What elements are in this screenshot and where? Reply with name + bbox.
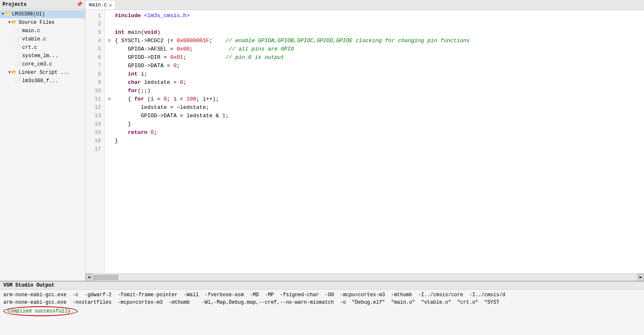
tree-item-label: Source Files — [18, 19, 54, 26]
horizontal-scrollbar[interactable]: ◀ ▶ — [86, 273, 644, 281]
line-number: 7 — [87, 62, 101, 70]
fold-placeholder — [108, 87, 114, 95]
line-number: 4 — [87, 37, 101, 45]
fold-placeholder — [108, 45, 114, 53]
code-text: } — [115, 137, 118, 145]
file-tree: ▼📁LM3S308(U1)▼📂Source Files📄main.c📄vtabl… — [0, 9, 85, 281]
line-number: 3 — [87, 28, 101, 37]
code-content[interactable]: #include <lm3s_cmsis.h> int main(void)⊟{… — [105, 10, 644, 273]
fold-icon[interactable]: ⊟ — [108, 37, 114, 45]
editor-area: main.c ✕ 1234567891011121314151617 #incl… — [86, 0, 644, 281]
code-text: int i; — [115, 70, 147, 78]
file-icon: 📄 — [15, 35, 21, 43]
fold-placeholder — [108, 120, 114, 128]
projects-label: Projects — [3, 2, 27, 8]
code-line: int main(void) — [108, 28, 641, 37]
code-text: for(;;) — [115, 87, 151, 95]
code-line: } — [108, 120, 641, 128]
folder-icon: 📂 — [11, 19, 17, 26]
code-line: #include <lm3s_cmsis.h> — [108, 12, 641, 20]
tree-item-lm3s308-f[interactable]: 📄lm3s308_f... — [0, 77, 85, 85]
fold-placeholder — [108, 62, 114, 70]
scroll-left-button[interactable]: ◀ — [86, 274, 92, 281]
code-container: 1234567891011121314151617 #include <lm3s… — [86, 10, 644, 273]
fold-placeholder — [108, 103, 114, 112]
line-number: 6 — [87, 53, 101, 62]
tree-item-label: LM3S308(U1) — [12, 10, 45, 18]
code-line: GPIOD->DATA = ledstate & 1; — [108, 112, 641, 120]
tree-item-label: crt.c — [22, 44, 37, 51]
tree-item-linker-script[interactable]: ▼📂Linker Script ... — [0, 68, 85, 77]
code-line: ledstate = ~ledstate; — [108, 103, 641, 112]
file-icon: 📄 — [15, 27, 21, 35]
tree-item-lm3s308[interactable]: ▼📁LM3S308(U1) — [0, 10, 85, 18]
scroll-thumb[interactable] — [93, 275, 118, 280]
line-number: 13 — [87, 112, 101, 120]
main-c-tab[interactable]: main.c ✕ — [86, 0, 116, 10]
code-text: } — [115, 120, 131, 128]
sidebar-header: Projects 📌 — [0, 0, 85, 9]
code-text: int main(void) — [115, 28, 160, 37]
code-line — [108, 145, 641, 154]
tab-label: main.c — [89, 2, 107, 8]
output-line: arm-none-eabi-gcc.exe -c -gdwarf-2 -fomi… — [3, 291, 641, 299]
pin-icon: 📌 — [76, 1, 83, 8]
code-text: #include <lm3s_cmsis.h> — [115, 12, 189, 20]
tree-item-label: system_lm... — [22, 52, 58, 60]
line-number: 11 — [87, 95, 101, 103]
fold-placeholder — [108, 137, 114, 145]
code-line: GPIOD->DIR = 0x01; // pin.0 is output — [108, 53, 641, 62]
tree-item-label: main.c — [22, 27, 40, 35]
code-line: } — [108, 137, 641, 145]
code-text: GPIOA->AFSEL = 0x00; // all pins are GPI… — [115, 45, 294, 53]
tree-arrow[interactable]: ▼ — [8, 19, 10, 26]
fold-icon[interactable]: ⊟ — [108, 95, 114, 103]
fold-placeholder — [108, 53, 114, 62]
line-number: 1 — [87, 12, 101, 20]
code-text: GPIOD->DATA = ledstate & 1; — [115, 112, 229, 120]
fold-placeholder — [108, 112, 114, 120]
success-text: Compiled successfully. — [3, 306, 78, 316]
fold-placeholder — [108, 78, 114, 87]
line-number: 16 — [87, 137, 101, 145]
code-line: return 0; — [108, 128, 641, 137]
code-text: ledstate = ~ledstate; — [115, 103, 209, 112]
tree-arrow[interactable]: ▼ — [2, 10, 4, 18]
output-line: arm-none-eabi-gcc.exe -nostartfiles -mcp… — [3, 299, 641, 306]
code-text: GPIOD->DIR = 0x01; // pin.0 is output — [115, 53, 284, 62]
tree-item-core-cm3[interactable]: 📄core_cm3.c — [0, 60, 85, 68]
code-line: ⊟ { for (i = 0; i < 100; i++); — [108, 95, 641, 103]
line-number: 17 — [87, 145, 101, 154]
output-header: VSM Studio Output — [0, 282, 644, 290]
tab-close-button[interactable]: ✕ — [109, 3, 112, 8]
line-number: 5 — [87, 45, 101, 53]
code-text: char ledstate = 0; — [115, 78, 187, 87]
line-number: 15 — [87, 128, 101, 137]
scroll-right-button[interactable]: ▶ — [637, 274, 644, 281]
tree-item-crt-c[interactable]: 📄crt.c — [0, 43, 85, 52]
tree-item-main-c[interactable]: 📄main.c — [0, 27, 85, 35]
code-text: return 0; — [115, 128, 157, 137]
tree-item-vtable-c[interactable]: 📄vtable.c — [0, 35, 85, 43]
line-numbers: 1234567891011121314151617 — [86, 10, 105, 273]
file-icon: 📄 — [15, 52, 21, 60]
tree-item-source-files[interactable]: ▼📂Source Files — [0, 18, 85, 27]
sidebar: Projects 📌 ▼📁LM3S308(U1)▼📂Source Files📄m… — [0, 0, 86, 281]
tree-item-label: vtable.c — [22, 35, 46, 43]
tree-item-system-lm[interactable]: 📄system_lm... — [0, 52, 85, 60]
folder-icon: 📂 — [11, 69, 17, 76]
file-icon: 📄 — [15, 60, 21, 68]
scroll-track[interactable] — [93, 275, 636, 280]
code-text: { for (i = 0; i < 100; i++); — [115, 95, 219, 103]
code-text: GPIOD->DATA = 0; — [115, 62, 180, 70]
line-number: 8 — [87, 70, 101, 78]
main-area: Projects 📌 ▼📁LM3S308(U1)▼📂Source Files📄m… — [0, 0, 644, 281]
code-line: for(;;) — [108, 87, 641, 95]
tree-arrow[interactable]: ▼ — [8, 69, 10, 76]
code-line: GPIOD->DATA = 0; — [108, 62, 641, 70]
tree-item-label: Linker Script ... — [18, 69, 69, 76]
code-line: int i; — [108, 70, 641, 78]
line-number: 2 — [87, 20, 101, 28]
code-line: ⊟{ SYSCTL->RCGC2 |= 0x0000001F; // enabl… — [108, 37, 641, 45]
output-content: arm-none-eabi-gcc.exe -c -gdwarf-2 -fomi… — [0, 290, 644, 335]
